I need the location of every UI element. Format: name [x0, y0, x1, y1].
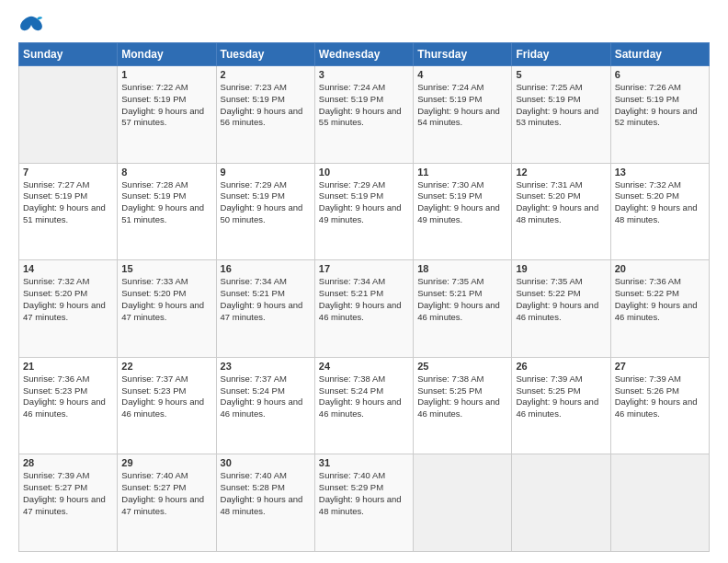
day-number: 19 [516, 263, 606, 274]
col-header-thursday: Thursday [414, 43, 512, 66]
day-number: 10 [319, 167, 409, 178]
calendar-cell: 22Sunrise: 7:37 AMSunset: 5:23 PMDayligh… [118, 357, 216, 454]
calendar-cell: 20Sunrise: 7:36 AMSunset: 5:22 PMDayligh… [610, 260, 709, 358]
day-number: 28 [23, 457, 113, 468]
calendar-cell: 17Sunrise: 7:34 AMSunset: 5:21 PMDayligh… [314, 260, 413, 358]
day-number: 12 [516, 167, 606, 178]
calendar-cell: 27Sunrise: 7:39 AMSunset: 5:26 PMDayligh… [610, 357, 709, 454]
cell-info: Sunrise: 7:26 AMSunset: 5:19 PMDaylight:… [615, 82, 705, 129]
calendar-cell: 19Sunrise: 7:35 AMSunset: 5:22 PMDayligh… [512, 260, 610, 358]
header [18, 15, 710, 35]
calendar-cell: 1Sunrise: 7:22 AMSunset: 5:19 PMDaylight… [118, 66, 216, 164]
cell-info: Sunrise: 7:30 AMSunset: 5:19 PMDaylight:… [417, 179, 507, 226]
day-number: 20 [615, 263, 705, 274]
week-row-3: 21Sunrise: 7:36 AMSunset: 5:23 PMDayligh… [19, 357, 710, 454]
page: SundayMondayTuesdayWednesdayThursdayFrid… [0, 0, 728, 563]
calendar-cell: 29Sunrise: 7:40 AMSunset: 5:27 PMDayligh… [118, 454, 216, 552]
day-number: 6 [615, 69, 705, 80]
day-number: 18 [417, 263, 507, 274]
day-number: 23 [221, 361, 311, 372]
cell-info: Sunrise: 7:22 AMSunset: 5:19 PMDaylight:… [121, 82, 211, 129]
calendar-table: SundayMondayTuesdayWednesdayThursdayFrid… [18, 42, 710, 552]
cell-info: Sunrise: 7:29 AMSunset: 5:19 PMDaylight:… [319, 179, 409, 226]
cell-info: Sunrise: 7:31 AMSunset: 5:20 PMDaylight:… [516, 179, 606, 226]
day-number: 17 [319, 263, 409, 274]
day-number: 13 [615, 167, 705, 178]
cell-info: Sunrise: 7:32 AMSunset: 5:20 PMDaylight:… [615, 179, 705, 226]
day-number: 25 [417, 361, 507, 372]
cell-info: Sunrise: 7:35 AMSunset: 5:22 PMDaylight:… [516, 276, 606, 323]
week-row-0: 1Sunrise: 7:22 AMSunset: 5:19 PMDaylight… [19, 66, 710, 164]
day-number: 30 [221, 457, 311, 468]
calendar-cell: 18Sunrise: 7:35 AMSunset: 5:21 PMDayligh… [414, 260, 512, 358]
day-number: 8 [121, 167, 211, 178]
cell-info: Sunrise: 7:39 AMSunset: 5:25 PMDaylight:… [516, 373, 606, 420]
calendar-cell: 10Sunrise: 7:29 AMSunset: 5:19 PMDayligh… [314, 163, 413, 260]
calendar-cell: 24Sunrise: 7:38 AMSunset: 5:24 PMDayligh… [314, 357, 413, 454]
week-row-2: 14Sunrise: 7:32 AMSunset: 5:20 PMDayligh… [19, 260, 710, 358]
cell-info: Sunrise: 7:34 AMSunset: 5:21 PMDaylight:… [319, 276, 409, 323]
header-row: SundayMondayTuesdayWednesdayThursdayFrid… [19, 43, 710, 66]
cell-info: Sunrise: 7:37 AMSunset: 5:23 PMDaylight:… [121, 373, 211, 420]
calendar-cell: 16Sunrise: 7:34 AMSunset: 5:21 PMDayligh… [216, 260, 314, 358]
cell-info: Sunrise: 7:35 AMSunset: 5:21 PMDaylight:… [417, 276, 507, 323]
week-row-4: 28Sunrise: 7:39 AMSunset: 5:27 PMDayligh… [19, 454, 710, 552]
calendar-cell: 2Sunrise: 7:23 AMSunset: 5:19 PMDaylight… [216, 66, 314, 164]
calendar-cell: 7Sunrise: 7:27 AMSunset: 5:19 PMDaylight… [19, 163, 118, 260]
calendar-cell [19, 66, 118, 164]
day-number: 15 [121, 263, 211, 274]
calendar-cell: 3Sunrise: 7:24 AMSunset: 5:19 PMDaylight… [314, 66, 413, 164]
calendar-cell: 5Sunrise: 7:25 AMSunset: 5:19 PMDaylight… [512, 66, 610, 164]
cell-info: Sunrise: 7:34 AMSunset: 5:21 PMDaylight:… [221, 276, 311, 323]
day-number: 1 [121, 69, 211, 80]
cell-info: Sunrise: 7:29 AMSunset: 5:19 PMDaylight:… [221, 179, 311, 226]
cell-info: Sunrise: 7:40 AMSunset: 5:28 PMDaylight:… [221, 470, 311, 517]
logo [18, 15, 48, 35]
day-number: 21 [23, 361, 113, 372]
cell-info: Sunrise: 7:37 AMSunset: 5:24 PMDaylight:… [221, 373, 311, 420]
cell-info: Sunrise: 7:33 AMSunset: 5:20 PMDaylight:… [121, 276, 211, 323]
col-header-friday: Friday [512, 43, 610, 66]
calendar-cell: 4Sunrise: 7:24 AMSunset: 5:19 PMDaylight… [414, 66, 512, 164]
col-header-wednesday: Wednesday [314, 43, 413, 66]
day-number: 11 [417, 167, 507, 178]
day-number: 26 [516, 361, 606, 372]
calendar-cell: 28Sunrise: 7:39 AMSunset: 5:27 PMDayligh… [19, 454, 118, 552]
cell-info: Sunrise: 7:38 AMSunset: 5:25 PMDaylight:… [417, 373, 507, 420]
logo-icon [18, 15, 44, 35]
cell-info: Sunrise: 7:38 AMSunset: 5:24 PMDaylight:… [319, 373, 409, 420]
cell-info: Sunrise: 7:25 AMSunset: 5:19 PMDaylight:… [516, 82, 606, 129]
calendar-cell: 6Sunrise: 7:26 AMSunset: 5:19 PMDaylight… [610, 66, 709, 164]
cell-info: Sunrise: 7:27 AMSunset: 5:19 PMDaylight:… [23, 179, 113, 226]
col-header-monday: Monday [118, 43, 216, 66]
cell-info: Sunrise: 7:36 AMSunset: 5:23 PMDaylight:… [23, 373, 113, 420]
cell-info: Sunrise: 7:36 AMSunset: 5:22 PMDaylight:… [615, 276, 705, 323]
col-header-tuesday: Tuesday [216, 43, 314, 66]
day-number: 5 [516, 69, 606, 80]
cell-info: Sunrise: 7:40 AMSunset: 5:27 PMDaylight:… [121, 470, 211, 517]
calendar-cell: 14Sunrise: 7:32 AMSunset: 5:20 PMDayligh… [19, 260, 118, 358]
day-number: 24 [319, 361, 409, 372]
cell-info: Sunrise: 7:24 AMSunset: 5:19 PMDaylight:… [319, 82, 409, 129]
day-number: 14 [23, 263, 113, 274]
day-number: 31 [319, 457, 409, 468]
calendar-cell: 23Sunrise: 7:37 AMSunset: 5:24 PMDayligh… [216, 357, 314, 454]
day-number: 9 [221, 167, 311, 178]
calendar-cell [512, 454, 610, 552]
calendar-cell: 21Sunrise: 7:36 AMSunset: 5:23 PMDayligh… [19, 357, 118, 454]
cell-info: Sunrise: 7:39 AMSunset: 5:26 PMDaylight:… [615, 373, 705, 420]
calendar-cell: 26Sunrise: 7:39 AMSunset: 5:25 PMDayligh… [512, 357, 610, 454]
col-header-saturday: Saturday [610, 43, 709, 66]
cell-info: Sunrise: 7:28 AMSunset: 5:19 PMDaylight:… [121, 179, 211, 226]
calendar-cell: 13Sunrise: 7:32 AMSunset: 5:20 PMDayligh… [610, 163, 709, 260]
calendar-cell: 30Sunrise: 7:40 AMSunset: 5:28 PMDayligh… [216, 454, 314, 552]
calendar-cell [414, 454, 512, 552]
day-number: 7 [23, 167, 113, 178]
day-number: 4 [417, 69, 507, 80]
calendar-cell: 9Sunrise: 7:29 AMSunset: 5:19 PMDaylight… [216, 163, 314, 260]
calendar-cell [610, 454, 709, 552]
day-number: 22 [121, 361, 211, 372]
cell-info: Sunrise: 7:32 AMSunset: 5:20 PMDaylight:… [23, 276, 113, 323]
calendar-cell: 31Sunrise: 7:40 AMSunset: 5:29 PMDayligh… [314, 454, 413, 552]
cell-info: Sunrise: 7:23 AMSunset: 5:19 PMDaylight:… [221, 82, 311, 129]
